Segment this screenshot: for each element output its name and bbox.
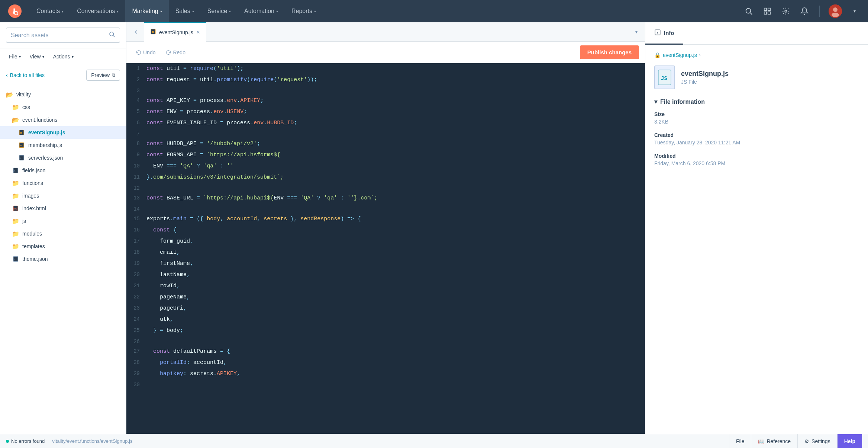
tree-item-fields-json[interactable]: JSfields.json xyxy=(0,164,126,177)
preview-button[interactable]: Preview ⧉ xyxy=(86,70,120,81)
line-content: hapikey: secrets.APIKEY, xyxy=(145,368,645,380)
nav-contacts[interactable]: Contacts ▾ xyxy=(30,0,70,22)
code-line: 18 email, xyxy=(126,247,645,258)
search-box[interactable] xyxy=(6,28,120,43)
tree-item-event-functions[interactable]: 📂event.functions xyxy=(0,113,126,126)
file-preview-box: JS eventSignup.js JS File xyxy=(654,65,859,89)
search-icon[interactable] xyxy=(743,5,755,17)
file-info-section-header[interactable]: ▾ File information xyxy=(654,98,859,105)
line-content xyxy=(145,336,645,339)
tab-event-signup[interactable]: JS eventSignup.js ✕ xyxy=(144,22,206,42)
line-number: 6 xyxy=(126,118,145,127)
tree-item-index-html[interactable]: HTMLindex.html xyxy=(0,202,126,215)
tree-item-modules[interactable]: 📁modules xyxy=(0,227,126,240)
line-number: 19 xyxy=(126,258,145,268)
user-avatar[interactable] xyxy=(829,4,842,18)
undo-button[interactable]: Undo xyxy=(132,48,159,57)
line-number: 12 xyxy=(126,183,145,192)
size-value: 3.2KB xyxy=(654,119,859,125)
tree-item-label: vitality xyxy=(16,92,31,97)
editor-tabs: JS eventSignup.js ✕ ▾ xyxy=(126,22,645,42)
view-menu-button[interactable]: View ▾ xyxy=(27,52,47,61)
chevron-down-icon: ▾ xyxy=(42,55,44,59)
nav-reports[interactable]: Reports ▾ xyxy=(285,0,323,22)
settings-bottom-button[interactable]: ⚙ Settings xyxy=(797,434,837,448)
tree-item-css[interactable]: 📁css xyxy=(0,101,126,113)
marketplace-icon[interactable] xyxy=(761,5,773,17)
file-title-block: eventSignup.js JS File xyxy=(681,70,729,85)
reference-bottom-button[interactable]: 📖 Reference xyxy=(751,434,797,448)
collapse-sidebar-button[interactable] xyxy=(129,25,143,39)
notifications-icon[interactable] xyxy=(798,5,810,17)
js-file-icon: JS xyxy=(18,141,25,149)
line-content: firstName, xyxy=(145,258,645,269)
code-editor[interactable]: 1const util = require('util');2const req… xyxy=(126,63,645,448)
tree-item-label: modules xyxy=(22,231,42,237)
tree-item-templates[interactable]: 📁templates xyxy=(0,240,126,253)
nav-service[interactable]: Service ▾ xyxy=(201,0,238,22)
actions-menu-button[interactable]: Actions ▾ xyxy=(50,52,77,61)
tree-item-membership-js[interactable]: JSmembership.js xyxy=(0,139,126,151)
tree-item-label: serverless.json xyxy=(28,155,63,161)
line-content: ENV === 'QA' ? 'qa' : '' xyxy=(145,161,645,172)
svg-text:JS: JS xyxy=(152,31,155,33)
line-number: 21 xyxy=(126,281,145,290)
nav-marketing[interactable]: Marketing ▾ xyxy=(125,0,168,22)
modified-info-row: Modified Friday, March 6, 2020 6:58 PM xyxy=(654,153,859,166)
tree-item-images[interactable]: 📁images xyxy=(0,189,126,202)
svg-point-8 xyxy=(785,10,787,12)
tree-item-theme-json[interactable]: JStheme.json xyxy=(0,253,126,265)
top-navigation: Contacts ▾ Conversations ▾ Marketing ▾ S… xyxy=(0,0,868,22)
svg-point-11 xyxy=(832,13,839,17)
sidebar-search-area xyxy=(0,22,126,48)
line-content xyxy=(145,86,645,88)
line-number: 2 xyxy=(126,74,145,84)
chevron-left-icon: ‹ xyxy=(6,72,8,78)
svg-point-12 xyxy=(110,32,114,36)
tab-close-button[interactable]: ✕ xyxy=(196,30,200,35)
chevron-right-icon: › xyxy=(699,52,701,58)
js-file-icon: JS xyxy=(18,129,25,136)
breadcrumb-filename[interactable]: eventSignup.js xyxy=(663,52,697,58)
folder-icon: 📁 xyxy=(12,179,19,187)
line-content: pageName, xyxy=(145,292,645,303)
tab-dropdown-button[interactable]: ▾ xyxy=(631,29,642,35)
code-line: 15exports.main = ({ body, accountId, sec… xyxy=(126,214,645,225)
hubspot-logo[interactable] xyxy=(7,4,22,19)
chevron-down-icon: ▾ xyxy=(72,55,74,59)
publish-button[interactable]: Publish changes xyxy=(580,45,639,59)
search-icon[interactable] xyxy=(109,31,115,39)
line-number: 27 xyxy=(126,346,145,355)
nav-sales[interactable]: Sales ▾ xyxy=(169,0,201,22)
line-content: utk, xyxy=(145,314,645,325)
redo-button[interactable]: Redo xyxy=(162,48,189,57)
breadcrumb: 🔒 eventSignup.js › xyxy=(654,52,859,58)
back-to-files-link[interactable]: ‹ Back to all files xyxy=(6,72,45,78)
help-bottom-button[interactable]: Help xyxy=(837,434,862,448)
nav-automation[interactable]: Automation ▾ xyxy=(238,0,285,22)
svg-rect-7 xyxy=(768,12,770,14)
book-icon: 📖 xyxy=(758,438,764,444)
tree-item-serverless-json[interactable]: JSserverless.json xyxy=(0,151,126,164)
file-menu-button[interactable]: File ▾ xyxy=(6,52,24,61)
tab-info[interactable]: Info xyxy=(645,22,683,45)
account-chevron-icon[interactable]: ▾ xyxy=(849,5,861,17)
settings-icon[interactable] xyxy=(780,5,792,17)
file-bottom-button[interactable]: File xyxy=(729,434,751,448)
nav-conversations[interactable]: Conversations ▾ xyxy=(70,0,125,22)
js-file-icon: JS xyxy=(150,29,156,36)
svg-line-13 xyxy=(113,35,114,37)
tree-item-js[interactable]: 📁js xyxy=(0,215,126,227)
tree-item-vitality[interactable]: 📂vitality xyxy=(0,88,126,101)
tree-item-eventSignup-js[interactable]: JSeventSignup.js xyxy=(0,126,126,139)
json-file-icon: JS xyxy=(12,255,19,263)
line-number: 1 xyxy=(126,63,145,73)
code-line: 5const ENV = process.env.HSENV; xyxy=(126,106,645,118)
search-input[interactable] xyxy=(11,32,106,39)
line-content: lastName, xyxy=(145,269,645,281)
code-line: 28 portalId: accountId, xyxy=(126,357,645,368)
line-content: const util = require('util'); xyxy=(145,63,645,74)
tree-item-functions[interactable]: 📁functions xyxy=(0,177,126,189)
lock-icon: 🔒 xyxy=(654,52,661,58)
folder-icon: 📁 xyxy=(12,243,19,250)
